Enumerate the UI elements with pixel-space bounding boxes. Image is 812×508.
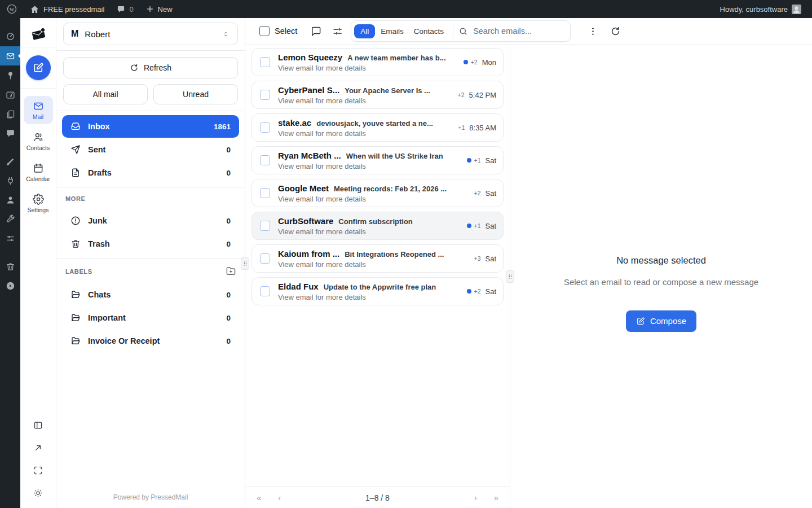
wp-menu-settings[interactable] (0, 229, 20, 247)
email-date: Sat (485, 189, 496, 198)
email-checkbox[interactable] (260, 57, 270, 67)
email-date: Mon (482, 58, 496, 67)
folder-drafts[interactable]: Drafts 0 (62, 161, 239, 184)
all-mail-button[interactable]: All mail (63, 84, 148, 104)
last-page-button[interactable]: » (494, 493, 498, 502)
email-row-cyberpanel-s[interactable]: CyberPanel S... Your Apache Server Is ..… (251, 81, 504, 109)
email-row-kaioum-from[interactable]: Kaioum from ... Bit Integrations Reopene… (251, 244, 504, 273)
bubble-icon (6, 129, 15, 138)
folder-icon (70, 290, 81, 300)
reading-pane: No message selected Select an email to r… (510, 45, 812, 508)
compose-fab[interactable] (26, 55, 51, 80)
wp-menu-trash[interactable] (0, 257, 20, 275)
wp-menu-collapse-menu[interactable] (0, 277, 20, 295)
email-checkbox[interactable] (260, 221, 270, 231)
filter-button[interactable] (332, 26, 343, 37)
compose-button[interactable]: Compose (626, 310, 696, 332)
mail-sidebar: M Robert Refresh All mail Unread Inbox 1… (56, 18, 245, 508)
more-options-button[interactable] (588, 26, 598, 37)
email-summary: stake.ac deviousjack, youve started a ne… (278, 118, 450, 138)
rail-tool-sidebar-toggle[interactable] (33, 421, 43, 432)
folder-plus-icon (226, 266, 236, 276)
howdy-label: Howdy, curbsoftware (720, 5, 788, 14)
email-checkbox[interactable] (260, 122, 270, 133)
email-row-lemon-squeezy[interactable]: Lemon Squeezy A new team member has b...… (251, 48, 504, 76)
unread-dot (467, 224, 471, 228)
prev-page-button[interactable]: ‹ (278, 493, 281, 502)
select-all-checkbox[interactable] (259, 26, 270, 36)
more-header: MORE (56, 187, 245, 205)
wp-menu-plugins[interactable] (0, 172, 20, 190)
wp-menu-pages[interactable] (0, 105, 20, 123)
new-menu[interactable]: New (140, 0, 179, 18)
chat-icon (311, 26, 321, 37)
list-refresh-button[interactable] (610, 26, 621, 37)
email-row-ryan-mcbeth[interactable]: Ryan McBeth ... When will the US Strike … (251, 146, 504, 174)
refresh-button[interactable]: Refresh (63, 57, 238, 78)
wp-menu-dashboard[interactable] (0, 27, 20, 45)
expand-icon (33, 443, 43, 453)
compose-icon (636, 317, 645, 326)
email-checkbox[interactable] (260, 188, 270, 198)
email-summary: Google Meet Meeting records: Feb 21, 202… (278, 183, 466, 203)
folder-trash[interactable]: Trash 0 (62, 233, 239, 255)
rail-nav-calendar[interactable]: Calendar (24, 158, 53, 186)
email-checkbox[interactable] (260, 253, 270, 264)
page-info: 1–8 / 8 (298, 493, 457, 502)
folder-inbox[interactable]: Inbox 1861 (62, 115, 239, 138)
email-preview: View email for more details (278, 227, 459, 236)
wp-menu-posts[interactable] (0, 67, 20, 85)
email-row-curbsoftware[interactable]: CurbSoftware Confirm subscription View e… (251, 212, 504, 240)
label-important[interactable]: Important 0 (62, 306, 239, 329)
tab-emails[interactable]: Emails (376, 24, 408, 38)
email-checkbox[interactable] (260, 90, 270, 100)
rail-nav-mail[interactable]: Mail (24, 96, 53, 124)
email-checkbox[interactable] (260, 286, 270, 296)
wp-menu-appearance[interactable] (0, 152, 20, 170)
wp-menu-users[interactable] (0, 191, 20, 209)
wp-menu-tools[interactable] (0, 210, 20, 228)
email-meta: +1 Sat (467, 156, 497, 165)
folder-sent[interactable]: Sent 0 (62, 138, 239, 161)
labels-header: LABELS (56, 259, 245, 279)
email-meta: +2 Sat (474, 189, 497, 198)
add-label-button[interactable] (226, 266, 236, 276)
email-row-stake-ac[interactable]: stake.ac deviousjack, youve started a ne… (251, 113, 504, 142)
email-row-eldad-fux[interactable]: Eldad Fux Update to the Appwrite free pl… (251, 277, 504, 305)
rail-tool-theme-toggle[interactable] (33, 488, 43, 500)
tab-contacts[interactable]: Contacts (409, 24, 448, 38)
next-page-button[interactable]: › (474, 493, 477, 502)
tab-all[interactable]: All (354, 24, 375, 38)
sidebar-resize-handle[interactable] (241, 257, 249, 270)
folder-count: 1861 (214, 122, 231, 131)
folder-junk[interactable]: Junk 0 (62, 209, 239, 232)
wp-menu-pressedmail[interactable] (0, 46, 20, 65)
comments-menu[interactable]: 0 (111, 0, 139, 18)
tab-label: All (360, 27, 369, 36)
chat-button[interactable] (311, 26, 321, 37)
media-icon (6, 90, 15, 100)
wp-menu-comments[interactable] (0, 124, 20, 142)
file-icon (70, 168, 81, 178)
email-row-google-meet[interactable]: Google Meet Meeting records: Feb 21, 202… (251, 179, 504, 207)
howdy-menu[interactable]: Howdy, curbsoftware (714, 5, 807, 14)
refresh-icon (610, 26, 621, 37)
unread-button[interactable]: Unread (153, 84, 238, 104)
site-menu[interactable]: FREE pressedmail (24, 0, 111, 18)
gauge-icon (6, 32, 15, 41)
first-page-button[interactable]: « (257, 493, 261, 502)
email-meta: +2 Mon (464, 58, 496, 67)
rail-nav-settings[interactable]: Settings (24, 189, 53, 217)
email-checkbox[interactable] (260, 155, 270, 165)
rail-tool-fullscreen[interactable] (33, 466, 43, 478)
wp-logo-menu[interactable] (0, 0, 24, 18)
label-chats[interactable]: Chats 0 (62, 283, 239, 306)
rail-tool-expand[interactable] (33, 443, 43, 455)
mail-body: Lemon Squeezy A new team member has b...… (245, 45, 812, 508)
rail-nav-contacts[interactable]: Contacts (24, 127, 53, 155)
account-selector[interactable]: M Robert (63, 23, 238, 45)
search-input[interactable] (469, 27, 564, 36)
wp-menu-media[interactable] (0, 86, 20, 104)
list-resize-handle[interactable] (506, 270, 514, 283)
label-invoice-or-receipt[interactable]: Invoice Or Receipt 0 (62, 330, 239, 352)
